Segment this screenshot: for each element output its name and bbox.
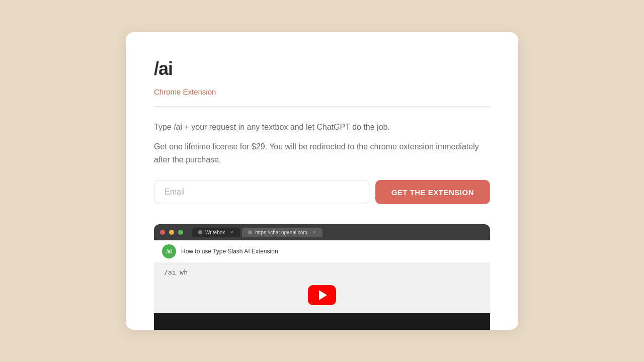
main-card: /ai Chrome Extension Type /ai + your req… [126, 32, 518, 330]
chrome-dot-yellow [169, 230, 174, 235]
chrome-bar: Writebox ✕ https://chat.openai.com ✕ [154, 224, 490, 240]
chrome-tabs: Writebox ✕ https://chat.openai.com ✕ [192, 228, 323, 237]
description-1: Type /ai + your request in any textbox a… [154, 121, 490, 134]
tab-writebox[interactable]: Writebox ✕ [192, 228, 240, 237]
play-triangle [319, 290, 327, 300]
tab-icon-chat [248, 230, 252, 234]
section-divider [154, 106, 490, 107]
get-extension-button[interactable]: GET THE EXTENSION [375, 180, 490, 204]
avatar: /ai [162, 244, 176, 258]
play-icon[interactable] [308, 285, 336, 305]
email-input[interactable] [154, 180, 369, 204]
youtube-play-button[interactable] [308, 285, 336, 305]
badge-label: Chrome Extension [154, 87, 216, 96]
description-2: Get one lifetime license for $29. You wi… [154, 140, 490, 166]
tab-close-writebox[interactable]: ✕ [230, 230, 234, 235]
chrome-dot-green [178, 230, 183, 235]
tab-icon-writebox [198, 230, 202, 234]
video-title: How to use Type Slash AI Extension [181, 248, 278, 255]
tab-chat[interactable]: https://chat.openai.com ✕ [242, 228, 322, 237]
chrome-dot-red [160, 230, 165, 235]
typing-text: /ai wh [164, 268, 188, 276]
app-logo: /ai [154, 58, 490, 79]
video-body: /ai How to use Type Slash AI Extension /… [154, 240, 490, 313]
video-embed[interactable]: Writebox ✕ https://chat.openai.com ✕ /ai… [154, 224, 490, 330]
tab-chat-label: https://chat.openai.com [255, 230, 307, 235]
tab-close-chat[interactable]: ✕ [312, 230, 316, 235]
video-header: /ai How to use Type Slash AI Extension [154, 240, 490, 262]
tab-writebox-label: Writebox [205, 230, 225, 235]
email-form: GET THE EXTENSION [154, 180, 490, 204]
